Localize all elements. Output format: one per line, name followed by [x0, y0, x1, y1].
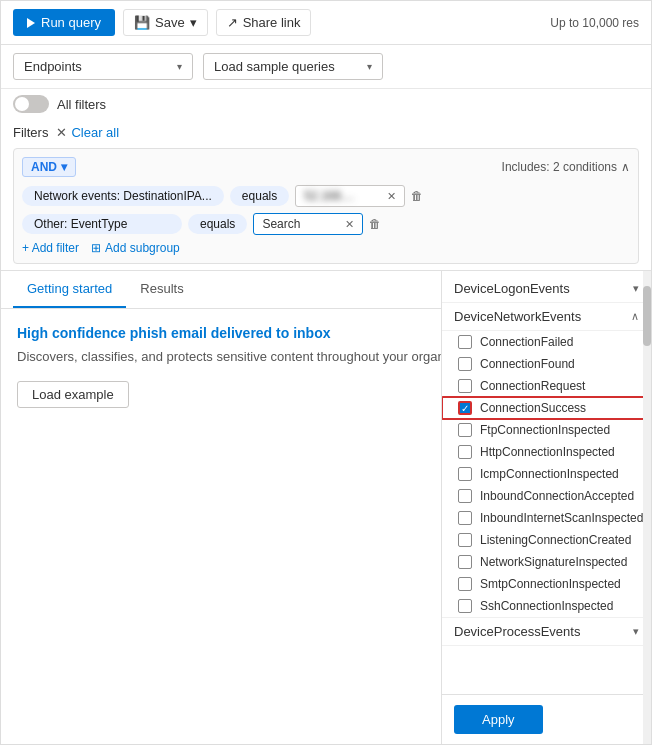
save-button[interactable]: 💾 Save ▾ — [123, 9, 208, 36]
item-label: NetworkSignatureInspected — [480, 555, 627, 569]
checkbox-smtp-connection[interactable] — [458, 577, 472, 591]
item-label: ConnectionSuccess — [480, 401, 586, 415]
list-item[interactable]: ListeningConnectionCreated — [442, 529, 651, 551]
save-icon: 💾 — [134, 15, 150, 30]
load-example-label: Load example — [32, 387, 114, 402]
filter-operator-1[interactable]: equals — [230, 186, 289, 206]
filter-value-text-2: Search — [262, 217, 300, 231]
clear-all-label: Clear all — [71, 125, 119, 140]
checkbox-icmp-connection[interactable] — [458, 467, 472, 481]
chevron-up-icon: ∧ — [631, 310, 639, 323]
chevron-down-icon: ▾ — [61, 160, 67, 174]
list-item[interactable]: ConnectionRequest — [442, 375, 651, 397]
category-label: DeviceProcessEvents — [454, 624, 580, 639]
checkbox-connection-failed[interactable] — [458, 335, 472, 349]
filter-value-1[interactable]: 52.168.... ✕ — [295, 185, 405, 207]
share-link-button[interactable]: ↗ Share link — [216, 9, 312, 36]
toggle-knob — [15, 97, 29, 111]
filter-group-header: AND ▾ Includes: 2 conditions — [22, 157, 630, 177]
results-info: Up to 10,000 res — [550, 16, 639, 30]
category-device-process-events[interactable]: DeviceProcessEvents ▾ — [442, 617, 651, 646]
checkbox-ftp-connection[interactable] — [458, 423, 472, 437]
event-type-list: DeviceLogonEvents ▾ DeviceNetworkEvents … — [442, 271, 651, 694]
chevron-up-icon[interactable] — [621, 160, 630, 174]
list-item[interactable]: InboundInternetScanInspected — [442, 507, 651, 529]
run-query-label: Run query — [41, 15, 101, 30]
toggle-row: All filters — [1, 89, 651, 119]
add-filter-button[interactable]: + Add filter — [22, 241, 79, 255]
checkbox-connection-found[interactable] — [458, 357, 472, 371]
item-label: SshConnectionInspected — [480, 599, 613, 613]
load-sample-dropdown[interactable]: Load sample queries ▾ — [203, 53, 383, 80]
checkbox-network-signature[interactable] — [458, 555, 472, 569]
filter-value-2[interactable]: Search ✕ — [253, 213, 363, 235]
filter-row-1: Network events: DestinationIPA... equals… — [22, 185, 630, 207]
share-link-label: Share link — [243, 15, 301, 30]
clear-all-button[interactable]: ✕ Clear all — [56, 125, 119, 140]
item-label: IcmpConnectionInspected — [480, 467, 619, 481]
checkbox-connection-success[interactable] — [458, 401, 472, 415]
list-item[interactable]: SmtpConnectionInspected — [442, 573, 651, 595]
item-label: SmtpConnectionInspected — [480, 577, 621, 591]
clear-value-icon-1[interactable]: ✕ — [387, 190, 396, 203]
event-type-dropdown-overlay: DeviceLogonEvents ▾ DeviceNetworkEvents … — [441, 271, 651, 744]
list-item[interactable]: HttpConnectionInspected — [442, 441, 651, 463]
delete-filter-icon-2[interactable]: 🗑 — [369, 217, 381, 231]
category-device-network-events[interactable]: DeviceNetworkEvents ∧ — [442, 303, 651, 331]
checkbox-connection-request[interactable] — [458, 379, 472, 393]
chevron-down-icon: ▾ — [177, 61, 182, 72]
chevron-down-icon: ▾ — [190, 15, 197, 30]
and-operator-badge[interactable]: AND ▾ — [22, 157, 76, 177]
load-sample-label: Load sample queries — [214, 59, 335, 74]
checkbox-http-connection[interactable] — [458, 445, 472, 459]
item-label: ConnectionFound — [480, 357, 575, 371]
list-item[interactable]: SshConnectionInspected — [442, 595, 651, 617]
add-subgroup-button[interactable]: ⊞ Add subgroup — [91, 241, 180, 255]
scrollbar-thumb[interactable] — [643, 286, 651, 346]
add-filter-label: + Add filter — [22, 241, 79, 255]
apply-button[interactable]: Apply — [454, 705, 543, 734]
filters-label: Filters — [13, 125, 48, 140]
run-query-button[interactable]: Run query — [13, 9, 115, 36]
scrollbar-track[interactable] — [643, 271, 651, 744]
filter-group: AND ▾ Includes: 2 conditions Network eve… — [13, 148, 639, 264]
endpoints-label: Endpoints — [24, 59, 82, 74]
category-label: DeviceNetworkEvents — [454, 309, 581, 324]
filters-header: Filters ✕ Clear all — [13, 125, 639, 140]
content-area: Getting started Results High confidence … — [1, 271, 651, 744]
endpoints-dropdown[interactable]: Endpoints ▾ — [13, 53, 193, 80]
play-icon — [27, 18, 35, 28]
checkbox-listening-connection[interactable] — [458, 533, 472, 547]
list-item-connection-success[interactable]: ConnectionSuccess — [442, 397, 651, 419]
checkbox-inbound-internet-scan[interactable] — [458, 511, 472, 525]
clear-value-icon-2[interactable]: ✕ — [345, 218, 354, 231]
operator-label: AND — [31, 160, 57, 174]
all-filters-toggle[interactable] — [13, 95, 49, 113]
list-item[interactable]: IcmpConnectionInspected — [442, 463, 651, 485]
list-item[interactable]: FtpConnectionInspected — [442, 419, 651, 441]
chevron-down-icon: ▾ — [367, 61, 372, 72]
item-label: InboundInternetScanInspected — [480, 511, 643, 525]
filter-field-2[interactable]: Other: EventType — [22, 214, 182, 234]
filter-field-1[interactable]: Network events: DestinationIPA... — [22, 186, 224, 206]
checkbox-inbound-connection[interactable] — [458, 489, 472, 503]
tab-results[interactable]: Results — [126, 271, 197, 308]
category-label: DeviceLogonEvents — [454, 281, 570, 296]
tab-getting-started[interactable]: Getting started — [13, 271, 126, 308]
filter-value-text-1: 52.168.... — [304, 189, 354, 203]
category-device-logon-events[interactable]: DeviceLogonEvents ▾ — [442, 275, 651, 303]
list-item[interactable]: InboundConnectionAccepted — [442, 485, 651, 507]
load-example-button[interactable]: Load example — [17, 381, 129, 408]
toolbar: Run query 💾 Save ▾ ↗ Share link Up to 10… — [1, 1, 651, 45]
delete-filter-icon-1[interactable]: 🗑 — [411, 189, 423, 203]
chevron-down-icon: ▾ — [633, 625, 639, 638]
checkbox-ssh-connection[interactable] — [458, 599, 472, 613]
item-label: InboundConnectionAccepted — [480, 489, 634, 503]
apply-area: Apply — [442, 694, 651, 744]
share-icon: ↗ — [227, 15, 238, 30]
list-item[interactable]: NetworkSignatureInspected — [442, 551, 651, 573]
list-item[interactable]: ConnectionFailed — [442, 331, 651, 353]
dropdowns-row: Endpoints ▾ Load sample queries ▾ — [1, 45, 651, 89]
filter-operator-2[interactable]: equals — [188, 214, 247, 234]
list-item[interactable]: ConnectionFound — [442, 353, 651, 375]
